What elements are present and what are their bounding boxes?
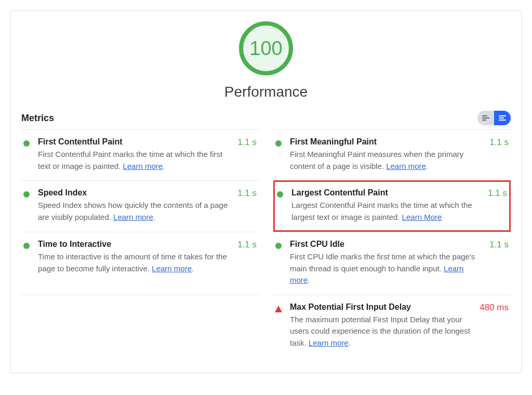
metric-description: The maximum potential First Input Delay …: [290, 314, 474, 349]
metric-value: 480 ms: [474, 302, 509, 349]
metric-description: Speed Index shows how quickly the conten…: [38, 200, 232, 223]
metric-lcp: Largest Contentful Paint Largest Content…: [273, 180, 511, 232]
metric-title: Largest Contentful Paint: [291, 188, 483, 198]
metrics-header: Metrics: [21, 111, 511, 125]
metric-fcp: First Contentful Paint First Contentful …: [21, 129, 259, 180]
learn-more-link[interactable]: Learn more: [386, 162, 426, 170]
metric-mpfid: Max Potential First Input Delay The maxi…: [273, 295, 511, 358]
metric-title: Max Potential First Input Delay: [290, 302, 474, 312]
metric-value: 1.1 s: [484, 137, 509, 172]
status-pass-icon: [275, 137, 290, 172]
metric-value: 1.1 s: [484, 240, 509, 286]
metric-value: 1.1 s: [232, 137, 257, 172]
compact-icon: [482, 115, 489, 121]
learn-more-link[interactable]: Learn more: [123, 162, 163, 170]
divider: [21, 295, 259, 295]
metric-fmp: First Meaningful Paint First Meaningful …: [273, 129, 511, 180]
metric-title: First CPU Idle: [290, 240, 484, 249]
metric-si: Speed Index Speed Index shows how quickl…: [21, 180, 259, 232]
score-value: 100: [249, 37, 282, 60]
metric-tti: Time to Interactive Time to interactive …: [21, 232, 259, 295]
metric-description: First Contentful Paint marks the time at…: [38, 149, 232, 172]
status-pass-icon: [23, 137, 38, 172]
metric-title: Time to Interactive: [38, 240, 232, 249]
view-toggle-expanded[interactable]: [494, 111, 511, 125]
score-title: Performance: [21, 84, 511, 100]
learn-more-link[interactable]: Learn more: [152, 264, 192, 273]
metric-value: 1.1 s: [483, 188, 507, 223]
score-section: 100 Performance: [21, 21, 511, 100]
metric-fci: First CPU Idle First CPU Idle marks the …: [273, 232, 511, 295]
status-pass-icon: [23, 188, 38, 223]
metric-title: Speed Index: [38, 188, 232, 198]
performance-report: 100 Performance Metrics: [10, 10, 522, 373]
learn-more-link[interactable]: Learn more: [309, 338, 349, 347]
metric-value: 1.1 s: [232, 188, 257, 223]
metric-description: First CPU Idle marks the first time at w…: [290, 251, 484, 286]
view-toggle: [477, 111, 511, 125]
status-warn-icon: [275, 302, 290, 349]
status-pass-icon: [277, 188, 291, 223]
metric-title: First Contentful Paint: [38, 137, 232, 147]
score-gauge: 100: [239, 21, 293, 75]
metric-title: First Meaningful Paint: [290, 137, 484, 147]
learn-more-link[interactable]: Learn More: [402, 213, 442, 221]
status-pass-icon: [23, 240, 38, 286]
learn-more-link[interactable]: Learn more: [113, 213, 153, 221]
status-pass-icon: [275, 240, 290, 286]
metrics-heading: Metrics: [21, 113, 54, 124]
metric-value: 1.1 s: [232, 240, 257, 286]
metric-description: Time to interactive is the amount of tim…: [38, 251, 232, 274]
metric-description: First Meaningful Paint measures when the…: [290, 149, 484, 172]
view-toggle-compact[interactable]: [477, 111, 494, 125]
metric-description: Largest Contentful Paint marks the time …: [291, 200, 483, 223]
metrics-grid: First Contentful Paint First Contentful …: [21, 129, 511, 357]
expanded-icon: [499, 115, 506, 121]
